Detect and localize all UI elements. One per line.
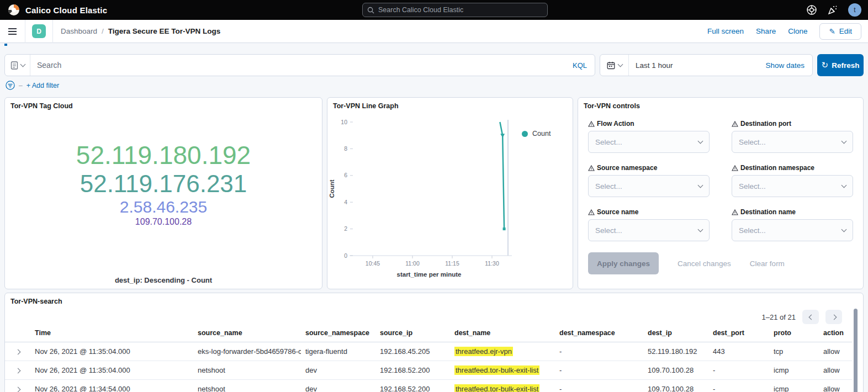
tag-cloud-term[interactable]: 52.119.176.231: [80, 170, 247, 198]
refresh-button[interactable]: ↻ Refresh: [817, 54, 864, 76]
time-range-picker: Last 1 hour Show dates: [600, 54, 813, 76]
global-search-input[interactable]: [378, 6, 543, 14]
flow-action-select[interactable]: Select...: [588, 131, 710, 153]
controls-panel-title: Tor-VPN controls: [578, 98, 863, 114]
legend-series-label[interactable]: Count: [532, 130, 551, 137]
source-name-select[interactable]: Select...: [588, 219, 710, 241]
svg-text:11:30: 11:30: [485, 260, 499, 267]
edit-button[interactable]: ✎ Edit: [819, 23, 861, 40]
table-header-row: Time source_name source_namespace source…: [5, 324, 852, 342]
highlighted-dest-name: threatfeed.ejr-vpn: [454, 347, 513, 356]
control-source-namespace: Source namespace Select...: [588, 164, 710, 197]
expand-row-icon[interactable]: [15, 368, 20, 374]
chevron-down-icon: [841, 227, 847, 232]
chart-legend: Count: [522, 130, 551, 137]
kql-language-button[interactable]: KQL: [565, 61, 595, 70]
help-lifebuoy-icon[interactable]: [806, 4, 817, 15]
pencil-icon: ✎: [829, 27, 835, 36]
col-dest-namespace: dest_namespace: [555, 324, 643, 342]
tag-cloud-term[interactable]: 52.119.180.192: [76, 141, 251, 170]
time-range-value[interactable]: Last 1 hour: [629, 61, 765, 70]
control-destination-port: Destination port Select...: [732, 120, 853, 153]
destination-namespace-select[interactable]: Select...: [732, 175, 853, 197]
clone-link[interactable]: Clone: [788, 27, 807, 35]
col-time: Time: [30, 324, 193, 342]
legend-series-dot: [522, 131, 528, 137]
breadcrumb-separator: /: [102, 27, 104, 35]
vertical-scrollbar[interactable]: [854, 309, 858, 392]
global-search[interactable]: [362, 3, 548, 17]
tag-cloud-term[interactable]: 2.58.46.235: [120, 198, 207, 217]
logs-table: Time source_name source_namespace source…: [5, 324, 852, 392]
destination-name-select[interactable]: Select...: [732, 219, 853, 241]
col-source-name: source_name: [193, 324, 301, 342]
previous-page-button[interactable]: [802, 310, 819, 324]
cancel-changes-button[interactable]: Cancel changes: [678, 259, 731, 268]
warning-icon: [732, 209, 738, 215]
svg-text:start_time per minute: start_time per minute: [397, 271, 462, 278]
breadcrumb: Dashboard / Tigera Secure EE Tor-VPN Log…: [52, 20, 220, 43]
query-search-input[interactable]: [30, 61, 565, 70]
col-dest-ip: dest_ip: [643, 324, 708, 342]
clear-form-button[interactable]: Clear form: [750, 259, 785, 268]
chevron-down-icon: [698, 183, 703, 188]
menu-hamburger-icon[interactable]: [0, 20, 25, 43]
control-label: Source namespace: [597, 164, 657, 172]
table-row: Nov 26, 2021 @ 11:35:04.000 eks-log-forw…: [5, 342, 852, 361]
dashboard-badge[interactable]: D: [32, 24, 46, 38]
col-source-namespace: source_namespace: [301, 324, 375, 342]
tag-cloud: 52.119.180.192 52.119.176.231 2.58.46.23…: [5, 141, 322, 227]
query-bar: KQL Last 1 hour Show dates ↻ Refresh: [4, 54, 864, 76]
search-table-panel: Tor-VPN-search 1–21 of 21 Time source_na…: [4, 293, 864, 392]
controls-actions: Apply changes Cancel changes Clear form: [578, 241, 863, 285]
control-source-name: Source name Select...: [588, 208, 710, 241]
next-page-button[interactable]: [825, 310, 842, 324]
svg-text:4: 4: [344, 199, 347, 205]
tag-cloud-term[interactable]: 109.70.100.28: [135, 217, 192, 227]
col-dest-port: dest_port: [708, 324, 769, 342]
pagination-label: 1–21 of 21: [762, 313, 796, 321]
calendar-menu-button[interactable]: [600, 55, 629, 76]
chevron-down-icon: [698, 139, 703, 144]
breadcrumb-dashboard[interactable]: Dashboard: [61, 27, 97, 35]
source-namespace-select[interactable]: Select...: [588, 175, 710, 197]
svg-text:10: 10: [341, 119, 347, 125]
search-table-panel-title: Tor-VPN-search: [5, 293, 863, 310]
tag-cloud-panel-title: Tor-VPN Tag Cloud: [5, 98, 322, 114]
destination-port-select[interactable]: Select...: [732, 131, 853, 153]
user-avatar[interactable]: t: [848, 3, 861, 17]
filter-menu-icon[interactable]: [6, 81, 15, 90]
kql-search-bar: KQL: [4, 54, 595, 76]
full-screen-link[interactable]: Full screen: [707, 27, 744, 35]
svg-text:8: 8: [344, 145, 347, 152]
table-row: Nov 26, 2021 @ 11:35:04.000 netshoot dev…: [5, 361, 852, 380]
control-label: Source name: [597, 208, 638, 216]
expand-row-icon[interactable]: [15, 387, 20, 392]
show-dates-link[interactable]: Show dates: [765, 61, 812, 70]
add-filter-link[interactable]: + Add filter: [27, 82, 59, 89]
expand-row-icon[interactable]: [15, 349, 20, 355]
line-chart: 024681010:4511:0011:1511:30Countstart_ti…: [327, 114, 573, 283]
search-icon: [367, 7, 374, 14]
control-label: Destination port: [740, 120, 791, 128]
chevron-left-icon: [809, 314, 814, 320]
control-flow-action: Flow Action Select...: [588, 120, 710, 153]
controls-panel: Tor-VPN controls Flow Action Select... D…: [578, 97, 864, 289]
warning-icon: [588, 209, 595, 215]
whats-new-party-icon[interactable]: [827, 4, 838, 15]
svg-text:11:15: 11:15: [445, 260, 459, 267]
svg-text:Count: Count: [329, 179, 335, 198]
col-proto: proto: [769, 324, 819, 342]
chevron-down-icon: [617, 62, 623, 67]
control-label: Destination namespace: [740, 164, 814, 172]
control-destination-name: Destination name Select...: [732, 208, 853, 241]
chevron-down-icon: [698, 227, 703, 232]
svg-text:2: 2: [344, 225, 347, 232]
apply-changes-button[interactable]: Apply changes: [588, 252, 659, 274]
chevron-down-icon: [20, 62, 25, 67]
tag-cloud-panel: Tor-VPN Tag Cloud 52.119.180.192 52.119.…: [4, 97, 322, 289]
share-link[interactable]: Share: [756, 27, 776, 35]
saved-query-menu-button[interactable]: [5, 55, 30, 76]
top-app-bar: Calico Cloud Elastic t: [0, 0, 868, 20]
refresh-icon: ↻: [822, 60, 829, 70]
